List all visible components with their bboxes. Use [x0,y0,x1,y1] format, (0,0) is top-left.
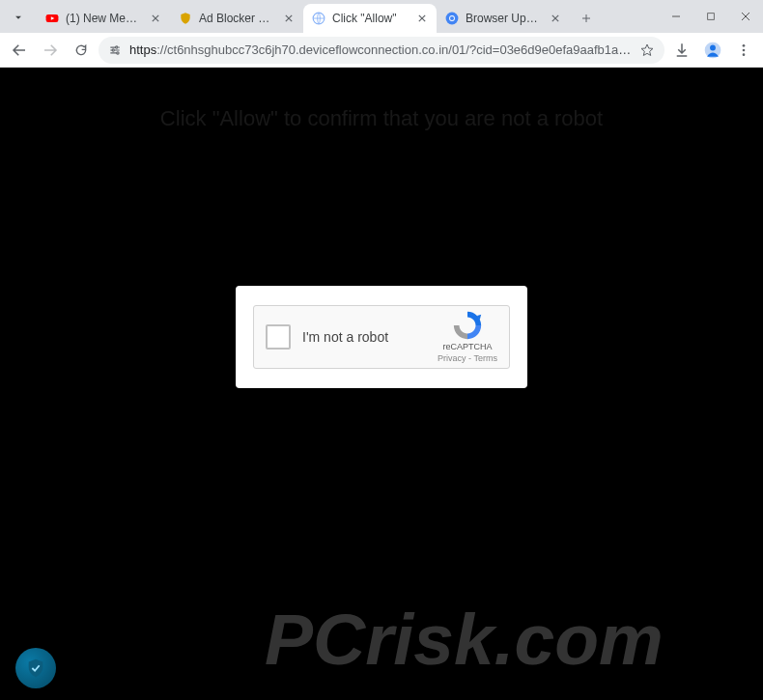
recaptcha-links: Privacy - Terms [438,353,497,365]
downloads-button[interactable] [668,37,695,64]
recaptcha-terms-link[interactable]: Terms [473,353,497,363]
tab-new-message[interactable]: (1) New Message! [37,4,170,33]
arrow-right-icon [42,42,59,59]
tab-search-button[interactable] [6,5,31,30]
profile-button[interactable] [699,37,726,64]
svg-point-8 [117,51,119,53]
window-controls [659,0,763,33]
close-icon [418,14,426,22]
address-bar[interactable]: https://ct6nhsghubcc73c6jh70.deviceflowc… [99,37,664,64]
download-icon [673,42,691,59]
minimize-button[interactable] [659,2,693,31]
tab-title: Ad Blocker Elite [199,12,276,25]
captcha-container: I'm not a robot reCAPTCHA Privacy - Term… [236,286,527,388]
menu-button[interactable] [730,37,757,64]
recaptcha-privacy-link[interactable]: Privacy [438,353,466,363]
svg-point-7 [112,48,114,50]
url-text: https://ct6nhsghubcc73c6jh70.deviceflowc… [129,42,632,57]
avatar-icon [703,41,722,60]
page-content: Click "Allow" to confirm that you are no… [0,68,763,700]
youtube-icon [44,11,60,26]
chrome-icon [444,11,460,26]
forward-button[interactable] [37,37,64,64]
tab-close-button[interactable] [415,12,429,25]
tab-title: Click "Allow" [332,12,410,25]
minimize-icon [670,11,682,22]
close-icon [551,14,559,22]
svg-point-6 [116,45,118,47]
site-info-button[interactable] [108,43,122,57]
tab-browser-update[interactable]: Browser Update [437,4,570,33]
svg-point-4 [450,16,454,20]
back-button[interactable] [6,37,33,64]
close-icon [740,11,751,22]
tab-title: Browser Update [466,12,543,25]
tab-strip: (1) New Message! Ad Blocker Elite Click … [37,0,659,33]
svg-point-12 [743,48,746,51]
tab-title: (1) New Message! [66,12,143,25]
tune-icon [108,43,122,57]
shield-icon [25,658,46,679]
extension-badge[interactable] [15,648,56,688]
recaptcha-icon [451,309,484,342]
recaptcha-brand: reCAPTCHA Privacy - Terms [438,309,497,364]
close-icon [285,14,293,22]
globe-icon [311,11,326,26]
svg-text:PCrisk.com: PCrisk.com [265,599,664,680]
tab-close-button[interactable] [549,12,562,25]
shield-icon [178,11,193,26]
tab-ad-blocker[interactable]: Ad Blocker Elite [170,4,303,33]
svg-point-10 [710,44,716,50]
watermark: PCrisk.com [265,588,748,690]
toolbar: https://ct6nhsghubcc73c6jh70.deviceflowc… [0,33,763,68]
star-icon [639,42,655,58]
chevron-down-icon [12,11,25,24]
reload-icon [73,42,89,58]
svg-point-13 [743,53,746,56]
recaptcha-label: I'm not a robot [302,329,438,345]
recaptcha-checkbox[interactable] [266,324,291,350]
new-tab-button[interactable] [574,6,599,31]
tab-click-allow[interactable]: Click "Allow" [303,4,437,33]
bookmark-button[interactable] [639,42,655,58]
close-icon [152,14,159,22]
svg-rect-5 [708,14,715,20]
reload-button[interactable] [68,37,95,64]
plus-icon [580,13,592,24]
tab-close-button[interactable] [149,12,162,25]
tab-close-button[interactable] [282,12,296,25]
svg-point-11 [743,44,746,47]
more-vertical-icon [736,42,751,58]
captcha-card: I'm not a robot reCAPTCHA Privacy - Term… [236,286,527,388]
maximize-icon [706,12,716,21]
recaptcha-widget: I'm not a robot reCAPTCHA Privacy - Term… [253,305,510,369]
recaptcha-brand-text: reCAPTCHA [442,342,492,353]
titlebar: (1) New Message! Ad Blocker Elite Click … [0,0,763,33]
close-window-button[interactable] [728,2,763,31]
page-heading: Click "Allow" to confirm that you are no… [160,106,603,131]
maximize-button[interactable] [693,2,728,31]
arrow-left-icon [11,42,28,59]
